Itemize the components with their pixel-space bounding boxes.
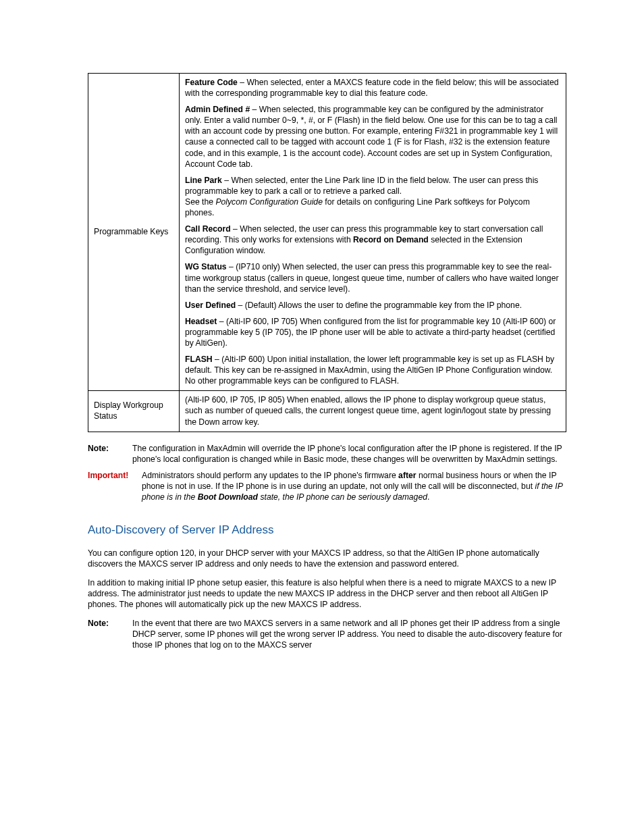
feature-title: Line Park [185, 176, 222, 185]
feature-title: Admin Defined # [185, 105, 250, 114]
row-content-cell: (Alti-IP 600, IP 705, IP 805) When enabl… [180, 391, 566, 432]
row-label-cell: Display Workgroup Status [88, 391, 180, 432]
note-block: Note: In the event that there are two MA… [88, 618, 566, 650]
feature-item: Call Record – When selected, the user ca… [185, 224, 560, 256]
table-row: Display Workgroup Status (Alti-IP 600, I… [88, 391, 566, 432]
imp-state: Boot Download [198, 492, 258, 502]
imp-em2: state, the IP phone can be seriously dam… [258, 492, 427, 502]
doc-ref: Polycom Configuration Guide [215, 197, 323, 207]
feature-text: – When selected, enter the Line Park lin… [185, 176, 538, 196]
paragraph: In addition to making initial IP phone s… [88, 577, 566, 610]
inline-option: Record on Demand [353, 235, 429, 244]
section-heading: Auto-Discovery of Server IP Address [88, 523, 566, 538]
feature-item: User Defined – (Default) Allows the user… [185, 300, 560, 311]
feature-text: – (IP710 only) When selected, the user c… [185, 262, 558, 293]
feature-item: Headset – (Alti-IP 600, IP 705) When con… [185, 316, 560, 348]
feature-title: FLASH [185, 355, 213, 364]
document-page: Programmable Keys Feature Code – When se… [0, 0, 644, 834]
note-body: In the event that there are two MAXCS se… [132, 618, 566, 650]
feature-text: – (Default) Allows the user to define th… [236, 301, 522, 310]
note-block: Note: The configuration in MaxAdmin will… [88, 443, 566, 465]
row-label: Display Workgroup Status [94, 400, 163, 421]
notes-section: Note: The configuration in MaxAdmin will… [88, 443, 566, 502]
note-body: The configuration in MaxAdmin will overr… [132, 443, 566, 465]
feature-title: WG Status [185, 262, 227, 271]
row-label-cell: Programmable Keys [88, 74, 180, 391]
imp-after: after [398, 471, 416, 480]
feature-text: – (Alti-IP 600) Upon initial installatio… [185, 355, 554, 386]
feature-item: FLASH – (Alti-IP 600) Upon initial insta… [185, 354, 560, 386]
important-label: Important! [88, 470, 132, 502]
row2-text: (Alti-IP 600, IP 705, IP 805) When enabl… [185, 395, 551, 426]
feature-title: User Defined [185, 301, 236, 310]
imp-a: Administrators should perform any update… [142, 471, 398, 480]
feature-title: Headset [185, 317, 217, 326]
feature-table: Programmable Keys Feature Code – When se… [88, 73, 566, 432]
feature-title: Call Record [185, 224, 231, 234]
feature-text: – When selected, enter a MAXCS feature c… [185, 78, 558, 98]
feature-text: – (Alti-IP 600, IP 705) When configured … [185, 317, 556, 348]
feature-note: See the Polycom Configuration Guide for … [185, 197, 560, 218]
note-lead: See the [185, 197, 215, 207]
feature-title: Feature Code [185, 78, 238, 87]
note-label: Note: [88, 443, 123, 465]
imp-c: . [427, 492, 429, 502]
feature-item: Feature Code – When selected, enter a MA… [185, 77, 560, 99]
important-block: Important! Administrators should perform… [88, 470, 566, 502]
feature-item: WG Status – (IP710 only) When selected, … [185, 261, 560, 294]
note-label: Note: [88, 618, 123, 650]
row-label: Programmable Keys [94, 227, 168, 236]
feature-text: – When selected, this programmable key c… [185, 105, 558, 168]
feature-item: Admin Defined # – When selected, this pr… [185, 104, 560, 170]
important-body: Administrators should perform any update… [142, 470, 566, 502]
paragraph: You can configure option 120, in your DH… [88, 548, 566, 569]
row-content-cell: Feature Code – When selected, enter a MA… [180, 74, 566, 391]
feature-item: Line Park – When selected, enter the Lin… [185, 175, 560, 218]
table-row: Programmable Keys Feature Code – When se… [88, 74, 566, 391]
